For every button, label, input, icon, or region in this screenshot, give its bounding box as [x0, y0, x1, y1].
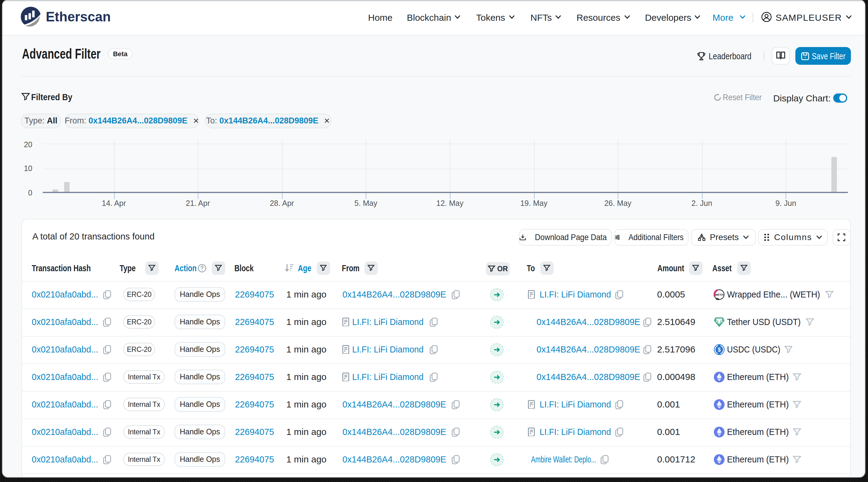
svg-text:$: $	[717, 346, 721, 352]
svg-text:WETH: WETH	[715, 293, 723, 296]
